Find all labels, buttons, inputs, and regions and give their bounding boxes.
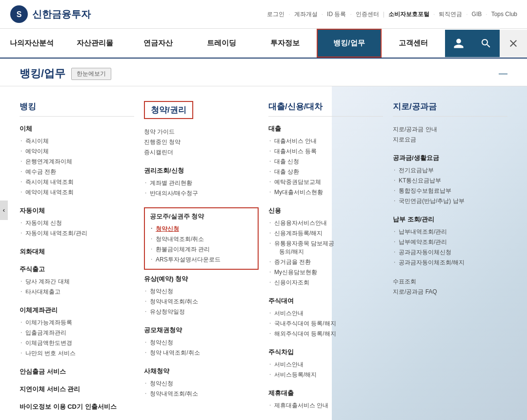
paid-sub-title: 유상(예약) 청약 [144, 275, 259, 283]
nav-item-pension[interactable]: 연금자산 [126, 30, 190, 57]
nav-item-customer[interactable]: 고객센터 [382, 30, 445, 57]
nav-item-investment[interactable]: 투자정보 [253, 30, 317, 57]
banking-item[interactable]: 즉시이체 내역조회 [20, 177, 134, 187]
search-icon-btn[interactable] [472, 30, 500, 57]
loan-item[interactable]: 신용이자조회 [268, 278, 383, 288]
loan-item[interactable]: My신용담보현황 [268, 267, 383, 278]
overview-button[interactable]: 한눈에보기 [71, 68, 111, 80]
loan-item[interactable]: 신용계좌등록/해지 [268, 228, 383, 239]
sub-ongoing-link[interactable]: 진행중인 청약 [144, 137, 259, 147]
payment-item[interactable]: 전기요금납부 [393, 165, 507, 176]
banking-item[interactable]: 타사대체출고 [20, 287, 134, 297]
header-link-gib[interactable]: GIB [472, 11, 482, 18]
sub-calendar-link[interactable]: 증시캘린더 [144, 147, 259, 158]
banking-item[interactable]: 나만의 번호 서비스 [20, 348, 134, 359]
banking-item[interactable]: 예약이체 내역조회 [20, 187, 134, 198]
affiliated-loan-title: 제휴대출 [268, 389, 383, 398]
logo-text: 신한금융투자 [32, 8, 91, 21]
sub-item[interactable]: 유상청약일정 [144, 307, 259, 317]
jiro-fee-link[interactable]: 지로요금 [393, 135, 507, 145]
banking-item[interactable]: 즉시이체 [20, 136, 134, 146]
sub-item[interactable]: 청약신청 [144, 338, 259, 348]
left-nav-arrow[interactable]: ‹ [0, 200, 8, 220]
banking-transfer-section: 이체 즉시이체 예약이체 은행연계계좌이체 예수금 전환 즉시이체 내역조회 예… [20, 124, 134, 198]
sub-item[interactable]: 반대의사/매수청구 [144, 188, 259, 199]
sub-item[interactable]: 청약내역조회/취소 [150, 234, 253, 244]
user-icon-btn[interactable] [445, 30, 472, 57]
header-link-id[interactable]: ID 등록 [327, 10, 346, 19]
loan-item[interactable]: 서비스안내 [268, 360, 383, 370]
bio-atm-title: 바이오정보 이용 CD기 인출서비스 [20, 402, 134, 411]
payment-item[interactable]: 국민연금(반납/추납) 납부 [393, 196, 507, 206]
payment-item[interactable]: 납부예약조회/관리 [393, 237, 507, 247]
stock-section: 주식출고 당사 계좌간 대체 타사대체출고 [20, 265, 134, 297]
jiro-faq-link[interactable]: 지로/공과금 FAQ [393, 287, 507, 297]
header-link-retirement[interactable]: 퇴직연금 [439, 10, 462, 19]
loan-item[interactable]: 증거금을 전환 [268, 257, 383, 267]
loan-item[interactable]: 서비스등록/해지 [268, 370, 383, 380]
payment-item[interactable]: 공과금자동이체조회/해지 [393, 258, 507, 268]
ipo-title: 공모주/실권주 청약 [150, 212, 253, 221]
payment-item[interactable]: KT통신요금납부 [393, 176, 507, 186]
account-mgmt-title: 이체계좌관리 [20, 306, 134, 315]
banking-item[interactable]: 입출금계좌관리 [20, 328, 134, 338]
loan-item[interactable]: 제휴대출서비스 안내 [268, 400, 383, 411]
banking-item[interactable]: 당사 계좌간 대체 [20, 277, 134, 287]
banking-item[interactable]: 예약이체 [20, 146, 134, 157]
banking-item[interactable]: 은행연계계좌이체 [20, 157, 134, 167]
sub-item[interactable]: 환불금이체계좌 관리 [150, 244, 253, 255]
banking-item[interactable]: 이체가능계좌등록 [20, 318, 134, 328]
banking-item[interactable]: 이체금액한도변경 [20, 338, 134, 348]
payment-guide-link[interactable]: 지로/공과금 안내 [393, 124, 507, 135]
sub-item[interactable]: 계좌별 관리현황 [144, 178, 259, 188]
sub-item[interactable]: 청약신청 [144, 379, 259, 389]
loan-item[interactable]: 대출 신청 [268, 157, 383, 167]
delayed-transfer-section: 지연이체 서비스 관리 [20, 385, 134, 394]
nav-item-management[interactable]: 자산관리몰 [63, 30, 127, 57]
site-header: S 신한금융투자 로그인 · 계좌개설 · ID 등록 · 인증센터 | 소비자… [0, 0, 527, 29]
sub-item[interactable]: 청약내역조회/취소 [144, 297, 259, 307]
check-lookup-link[interactable]: 수표조회 [393, 277, 507, 287]
loan-item[interactable]: 대출서비스 안내 [268, 136, 383, 146]
main-nav: 나의자산분석 자산관리몰 연금자산 트레이딩 투자정보 뱅킹/업무 고객센터 [0, 29, 527, 59]
collapse-icon[interactable]: — [499, 68, 507, 79]
ipo-section: 공모주/실권주 청약 청약신청 청약내역조회/취소 환불금이체계좌 관리 ARS… [144, 207, 259, 270]
banking-item[interactable]: 자동이체 내역조회/관리 [20, 228, 134, 239]
corp-bond-title: 사채청약 [144, 367, 259, 376]
transfer-title: 이체 [20, 124, 134, 133]
corp-bond-section: 사채청약 청약신청 청약내역조회/취소 [144, 367, 259, 399]
sub-item[interactable]: 청약내역조회/취소 [144, 389, 259, 399]
loan-item[interactable]: My대출서비스현황 [268, 187, 383, 198]
header-link-consumer[interactable]: 소비자보호포털 [388, 10, 429, 19]
close-icon-btn[interactable] [500, 30, 527, 57]
payment-item[interactable]: 통합징수보험료납부 [393, 186, 507, 196]
loan-item[interactable]: 예탁중권담보교체 [268, 177, 383, 187]
nav-item-trading[interactable]: 트레이딩 [190, 30, 253, 57]
loan-item[interactable]: 대출서비스 등록 [268, 146, 383, 157]
logo[interactable]: S 신한금융투자 [10, 5, 91, 23]
banking-item[interactable]: 예수금 전환 [20, 167, 134, 177]
sub-item[interactable]: 청약신청 [144, 286, 259, 297]
loan-title: 대출 [268, 124, 383, 133]
sub-guide-link[interactable]: 청약 가이드 [144, 127, 259, 137]
nav-item-banking[interactable]: 뱅킹/업무 [317, 29, 382, 58]
payment-item[interactable]: 납부내역조회/관리 [393, 227, 507, 237]
stock-borrow-section: 주식차입 서비스안내 서비스등록/해지 [268, 348, 383, 380]
loan-item[interactable]: 국내주식대여 등록/해지 [268, 319, 383, 329]
banking-item[interactable]: 자동이체 신청 [20, 218, 134, 228]
loan-item[interactable]: 서비스안내 [268, 308, 383, 319]
nav-item-assets[interactable]: 나의자산분석 [0, 30, 63, 57]
header-link-login[interactable]: 로그인 [267, 10, 284, 19]
sub-item[interactable]: ARS투자설명서다운로드 [150, 255, 253, 265]
loan-item[interactable]: 유통융자종목 담보제공 동의/해지 [268, 239, 383, 257]
loan-item[interactable]: 대출 상환 [268, 167, 383, 177]
payment-item[interactable]: 공과금자동이체신청 [393, 247, 507, 258]
header-link-cert[interactable]: 인증센터 [356, 10, 379, 19]
payment-guide-section: 지로/공과금 안내 지로요금 [393, 124, 507, 145]
loan-item[interactable]: 신용융자서비스안내 [268, 218, 383, 228]
sub-item-apply[interactable]: 청약신청 [150, 224, 253, 234]
header-link-account[interactable]: 계좌개설 [294, 10, 318, 19]
header-link-tops[interactable]: Tops Club [491, 11, 517, 18]
sub-item[interactable]: 청약 내역조회/취소 [144, 348, 259, 358]
loan-item[interactable]: 해외주식대여 등록/해지 [268, 329, 383, 339]
